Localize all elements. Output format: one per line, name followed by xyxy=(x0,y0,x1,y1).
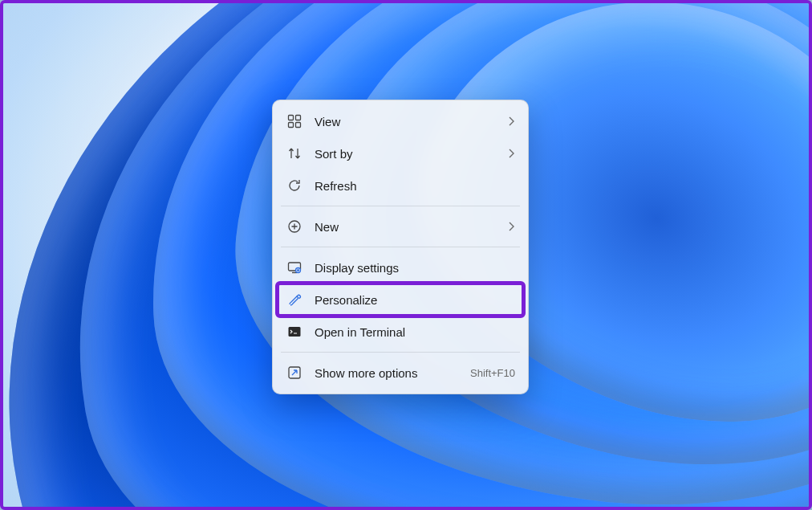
menu-item-label: View xyxy=(315,115,496,129)
svg-rect-7 xyxy=(289,327,301,337)
show-more-icon xyxy=(286,364,303,381)
menu-item-label: Sort by xyxy=(315,147,496,161)
menu-item-new[interactable]: New xyxy=(278,210,523,243)
menu-item-label: Display settings xyxy=(315,261,515,275)
personalize-icon xyxy=(286,291,303,308)
svg-rect-3 xyxy=(296,123,301,128)
menu-item-shortcut: Shift+F10 xyxy=(470,367,515,379)
chevron-right-icon xyxy=(507,148,515,159)
view-icon xyxy=(286,112,303,130)
menu-item-label: Show more options xyxy=(315,366,459,380)
svg-rect-2 xyxy=(289,123,294,128)
menu-item-open-in-terminal[interactable]: Open in Terminal xyxy=(278,316,523,348)
menu-separator xyxy=(281,352,520,353)
menu-item-label: New xyxy=(315,220,496,234)
display-settings-icon xyxy=(286,259,303,276)
svg-rect-0 xyxy=(289,116,294,120)
menu-item-label: Open in Terminal xyxy=(315,325,515,339)
refresh-icon xyxy=(286,177,303,194)
chevron-right-icon xyxy=(507,116,515,127)
menu-item-label: Refresh xyxy=(315,179,515,193)
menu-item-view[interactable]: View xyxy=(278,105,523,137)
menu-separator xyxy=(281,206,520,206)
menu-item-refresh[interactable]: Refresh xyxy=(278,169,523,202)
desktop-context-menu: View Sort by Refresh New xyxy=(272,100,529,394)
menu-separator xyxy=(281,247,520,247)
menu-item-personalize[interactable]: Personalize xyxy=(278,284,523,316)
new-icon xyxy=(286,218,303,235)
menu-item-sort-by[interactable]: Sort by xyxy=(278,137,523,169)
sort-icon xyxy=(286,145,303,162)
menu-item-label: Personalize xyxy=(315,293,515,307)
chevron-right-icon xyxy=(507,221,515,232)
menu-item-display-settings[interactable]: Display settings xyxy=(278,251,523,284)
terminal-icon xyxy=(286,323,303,341)
svg-rect-1 xyxy=(296,116,301,120)
menu-item-show-more-options[interactable]: Show more options Shift+F10 xyxy=(278,357,523,389)
